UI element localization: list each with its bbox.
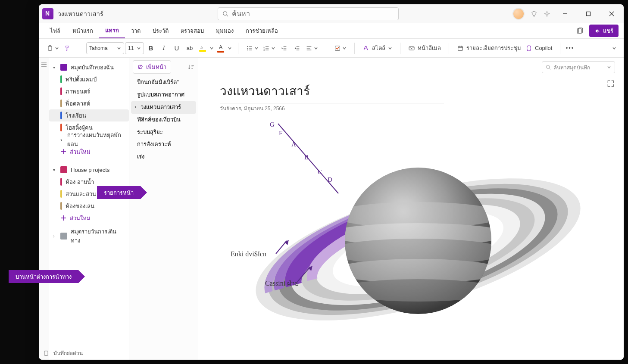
callout-nav-pane: บานหน้าต่างการนำทาง [9,270,78,283]
section-label: พ็อดคาสต์ [66,99,90,108]
svg-point-11 [247,48,248,49]
notebook-my[interactable]: ▾ สมุดบันทึกของฉัน [49,61,129,73]
copilot-button[interactable]: Copilot [524,42,554,55]
section-trip[interactable]: ทริปตั้งแคมป์ [49,73,129,85]
note-canvas[interactable]: ค้นหาสมุดบันทึก วงแหวนดาวเสาร์ วันอังคาร… [198,58,624,360]
svg-rect-9 [49,45,51,47]
email-page-button[interactable]: หน้าอีเมล [406,42,443,55]
page-item-5[interactable]: ระบบสุริยะ [129,126,198,139]
tab-history[interactable]: ประวัติ [147,23,175,38]
sparkle-icon[interactable] [544,10,550,17]
align-button[interactable] [304,42,320,55]
page-item-1[interactable]: ปีกนกฮัมมิงเบิร์ด" [129,76,198,89]
font-name-selector[interactable]: Tahoma [86,42,124,54]
diamond-icon[interactable] [531,10,537,17]
ring-label-f: F [279,130,282,137]
more-options-button[interactable]: ••• [564,42,576,55]
share-icon [594,28,600,34]
page-item-6[interactable]: การสังเคราะห์ [129,138,198,151]
tab-draw[interactable]: วาด [125,23,147,38]
svg-rect-32 [409,47,414,50]
underline-button[interactable]: U [171,42,183,55]
quick-notes[interactable]: บันทึกย่อด่วน [43,349,83,357]
global-search-placeholder: ค้นหา [232,8,250,19]
page-item-2[interactable]: รูปแบบสภาพอากาศ [129,89,198,101]
global-search-box[interactable]: ค้นหา [218,7,399,20]
add-section-2[interactable]: ส่วนใหม่ [49,212,129,224]
section-movies[interactable]: ภาพยนตร์ [49,85,129,97]
ring-label-g: G [270,121,275,128]
maximize-button[interactable] [580,7,597,20]
search-icon [222,11,228,17]
page-title[interactable]: วงแหวนดาวเสาร์ [220,81,444,103]
tab-insert[interactable]: แทรก [99,23,125,38]
font-size-selector[interactable]: 11 [125,42,144,54]
tab-view[interactable]: มุมมอง [210,23,240,38]
paste-button[interactable] [45,42,61,55]
page-icon [43,350,49,356]
search-icon [546,65,551,70]
page-item-7[interactable]: เร่ง [129,151,198,163]
window-title: วงแหวนดาวเสาร์ [58,9,103,19]
page-mode-icon[interactable] [576,28,583,34]
copilot-label: Copilot [535,45,552,51]
font-color-dropdown[interactable] [228,46,232,50]
ring-label-b: B [304,154,309,161]
pages-panel: เพิ่มหน้า ปีกนกฮัมมิงเบิร์ด" รูปแบบสภาพอ… [129,58,198,360]
add-section-label: ส่วนใหม่ [70,147,91,156]
page-item-4[interactable]: ฟิสิกส์ของเที่ยวบิน [129,114,198,126]
canvas-search-placeholder: ค้นหาสมุดบันทึก [553,63,590,72]
tab-review[interactable]: ตรวจสอบ [175,23,210,38]
nav-toggle[interactable] [39,58,49,360]
svg-rect-33 [458,46,463,50]
ribbon-collapse-button[interactable] [608,42,620,55]
svg-rect-44 [44,351,48,355]
italic-button[interactable]: I [158,42,170,55]
outdent-button[interactable] [278,42,290,55]
saturn-diagram: G F A B C D Enki dvi$Icn Cassini ฝ่าย [224,120,582,360]
page-item-3[interactable]: วงแหวนดาวเสาร์ [131,101,196,114]
strikethrough-button[interactable]: ab [184,42,196,55]
styles-label: สไตล์ [372,44,385,53]
numbered-list-button[interactable]: 123 [261,42,277,55]
svg-rect-3 [587,12,591,16]
user-avatar[interactable] [512,8,525,20]
section-podcast[interactable]: พ็อดคาสต์ [49,97,129,109]
highlight-color-button[interactable] [197,42,209,55]
notebook-travel[interactable]: › สมุดรายวันการเดินทาง [49,230,129,242]
section-vacation[interactable]: ›การวางแผนวันหยุดพักผ่อน [49,134,129,146]
add-page-button[interactable]: เพิ่มหน้า [133,60,171,74]
format-painter-button[interactable] [62,42,74,55]
todo-tag-button[interactable] [332,42,348,55]
bullet-list-button[interactable] [244,42,260,55]
highlight-dropdown[interactable] [209,46,214,50]
meeting-details-button[interactable]: รายละเอียดการประชุม [455,42,523,55]
app-window: วงแหวนดาวเสาร์ ค้นหา ไฟล์ หน้าแรก แทรก ว… [39,4,624,360]
email-page-label: หน้าอีเมล [418,44,441,53]
indent-button[interactable] [291,42,303,55]
canvas-search[interactable]: ค้นหาสมุดบันทึก [542,61,615,73]
tab-home[interactable]: หน้าแรก [66,23,99,38]
tab-help[interactable]: การช่วยเหลือ [240,23,284,38]
add-page-label: เพิ่มหน้า [146,62,166,72]
fullscreen-button[interactable] [606,79,615,88]
minimize-button[interactable] [556,7,574,20]
notebook-house[interactable]: ▾ House p rojects [49,164,129,176]
share-button[interactable]: แชร์ [589,25,619,37]
section-play[interactable]: ห้องของเล่น [49,200,129,212]
add-section-1[interactable]: ส่วนใหม่ [49,146,129,158]
font-color-button[interactable]: A [215,42,227,55]
tab-file[interactable]: ไฟล์ [44,23,66,38]
bold-button[interactable]: B [145,42,157,55]
close-button[interactable] [603,7,620,20]
add-section-label: ส่วนใหม่ [70,214,91,223]
section-label: โรงเรียน [66,111,86,120]
section-school[interactable]: โรงเรียน [49,109,129,121]
chevron-down-icon [607,65,611,69]
notebook-icon [60,233,67,240]
hamburger-icon [41,61,47,68]
styles-button[interactable]: สไตล์ [361,42,394,55]
svg-point-46 [547,65,550,69]
svg-point-10 [247,46,248,47]
sort-icon[interactable] [187,64,194,71]
